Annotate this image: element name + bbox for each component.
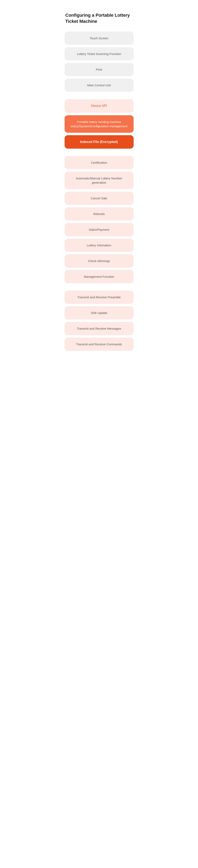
card-print[interactable]: Print [65,63,133,76]
card-device-api[interactable]: Device API [65,99,133,113]
card-transmit-receive-commands[interactable]: Transmit and Receive Commands [65,338,133,351]
card-certification[interactable]: Certification [65,156,133,169]
card-sw-update[interactable]: S/W Update [65,306,133,319]
card-lottery-information[interactable]: Lottery Infomation [65,239,133,252]
page-container: Configuring a Portable Lottery Ticket Ma… [65,12,133,856]
page-title: Configuring a Portable Lottery Ticket Ma… [65,12,133,24]
card-management-function[interactable]: Management Function [65,270,133,283]
top-cards-section: Touch Screen Lottery Ticket Scanning Fun… [65,32,133,92]
card-auto-manual-lottery[interactable]: Automatic/Manual Lottery Number generati… [65,172,133,189]
card-cancel-sale[interactable]: Cancel Sale [65,192,133,205]
card-main-control-unit[interactable]: Main Control Unit [65,79,133,92]
card-sales-payment[interactable]: Sales/Payment [65,223,133,236]
card-check-winnings[interactable]: Check Winnings [65,254,133,268]
card-transmit-receive-preamble[interactable]: Transmit and Receive Preamble [65,290,133,304]
card-touch-screen[interactable]: Touch Screen [65,32,133,45]
card-refunds[interactable]: Refunds [65,207,133,220]
card-indexed-file[interactable]: Indexed File (Encrypted) [65,135,133,149]
card-portable-lottery[interactable]: Portable lottery vending machine status/… [65,115,133,133]
api-cards-section: Device API Portable lottery vending mach… [65,99,133,149]
card-transmit-receive-messages[interactable]: Transmit and Receive Messages [65,322,133,335]
card-lottery-scanning[interactable]: Lottery Ticket Scanning Function [65,47,133,60]
feature-cards-section: Certification Automatic/Manual Lottery N… [65,156,133,283]
bottom-cards-section: Transmit and Receive Preamble S/W Update… [65,290,133,351]
